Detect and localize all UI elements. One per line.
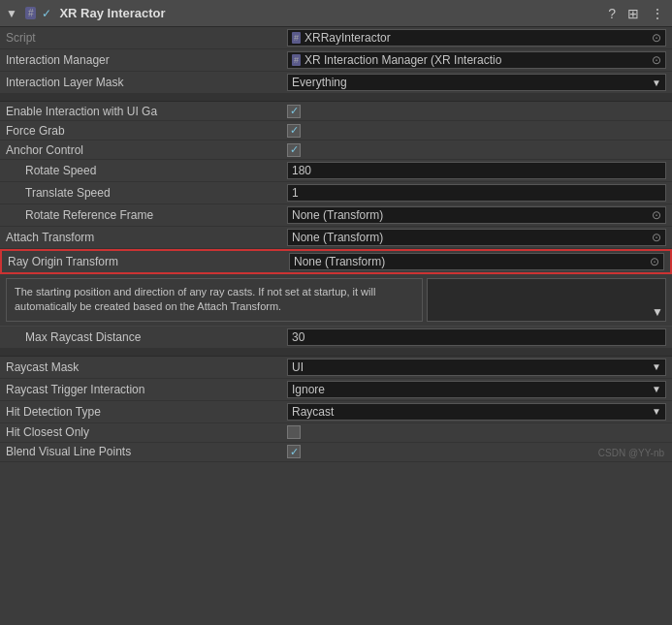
tooltip-side-arrow: ▼ bbox=[652, 305, 663, 319]
separator-1 bbox=[0, 94, 672, 102]
interaction-manager-ref[interactable]: # XR Interaction Manager (XR Interactio … bbox=[287, 51, 666, 69]
rotate-speed-label: Rotate Speed bbox=[6, 164, 287, 177]
force-grab-value-container bbox=[287, 124, 666, 138]
raycast-trigger-value-container: Ignore ▼ bbox=[287, 381, 666, 398]
script-value-container: # XRRayInteractor ⊙ bbox=[287, 29, 666, 47]
interaction-manager-value: XR Interaction Manager (XR Interactio bbox=[304, 53, 501, 67]
attach-transform-value: None (Transform) bbox=[292, 231, 383, 244]
hit-closest-only-label: Hit Closest Only bbox=[6, 425, 287, 439]
script-circle-btn[interactable]: ⊙ bbox=[652, 31, 661, 45]
at-circle-btn[interactable]: ⊙ bbox=[652, 231, 661, 244]
rotate-reference-frame-label: Rotate Reference Frame bbox=[6, 208, 287, 222]
interaction-manager-row: Interaction Manager # XR Interaction Man… bbox=[0, 49, 672, 72]
interaction-layer-mask-value: Everything bbox=[292, 76, 347, 89]
tooltip-box: The starting position and direction of a… bbox=[6, 278, 423, 322]
hit-detection-type-dropdown[interactable]: Raycast ▼ bbox=[287, 403, 666, 421]
settings-button[interactable]: ⊞ bbox=[625, 6, 641, 21]
enable-interaction-value-container bbox=[287, 105, 666, 118]
translate-speed-row: Translate Speed 1 bbox=[0, 182, 672, 204]
enable-checkbox[interactable]: ✓ bbox=[42, 7, 51, 20]
raycast-mask-dropdown[interactable]: UI ▼ bbox=[287, 359, 666, 376]
anchor-control-checkbox[interactable] bbox=[287, 143, 301, 157]
raycast-mask-arrow: ▼ bbox=[652, 361, 661, 372]
interaction-manager-value-container: # XR Interaction Manager (XR Interactio … bbox=[287, 51, 666, 69]
enable-interaction-label: Enable Interaction with UI Ga bbox=[6, 105, 287, 118]
tooltip-side-panel: ▼ bbox=[427, 278, 666, 322]
interaction-layer-mask-value-container: Everything ▼ bbox=[287, 74, 666, 91]
interaction-layer-mask-dropdown[interactable]: Everything ▼ bbox=[287, 74, 666, 91]
tooltip-row: The starting position and direction of a… bbox=[0, 274, 672, 327]
translate-speed-value-container: 1 bbox=[287, 184, 666, 202]
attach-transform-row: Attach Transform None (Transform) ⊙ bbox=[0, 227, 672, 249]
max-raycast-distance-input[interactable]: 30 bbox=[287, 328, 666, 346]
enable-interaction-checkbox[interactable] bbox=[287, 105, 301, 118]
raycast-trigger-row: Raycast Trigger Interaction Ignore ▼ bbox=[0, 379, 672, 401]
hit-detection-type-row: Hit Detection Type Raycast ▼ bbox=[0, 401, 672, 423]
rotate-speed-input[interactable]: 180 bbox=[287, 162, 666, 179]
raycast-mask-row: Raycast Mask UI ▼ bbox=[0, 357, 672, 379]
rot-circle-btn[interactable]: ⊙ bbox=[650, 255, 659, 268]
max-raycast-distance-label: Max Raycast Distance bbox=[6, 330, 287, 344]
force-grab-row: Force Grab bbox=[0, 121, 672, 141]
tooltip-container: The starting position and direction of a… bbox=[6, 278, 666, 322]
interaction-layer-mask-label: Interaction Layer Mask bbox=[6, 76, 287, 89]
max-raycast-distance-row: Max Raycast Distance 30 bbox=[0, 327, 672, 349]
attach-transform-label: Attach Transform bbox=[6, 231, 287, 244]
collapse-icon[interactable]: ▼ bbox=[6, 7, 17, 20]
anchor-control-label: Anchor Control bbox=[6, 143, 287, 157]
enable-interaction-row: Enable Interaction with UI Ga bbox=[0, 102, 672, 121]
interaction-layer-mask-row: Interaction Layer Mask Everything ▼ bbox=[0, 72, 672, 94]
rotate-speed-value-container: 180 bbox=[287, 162, 666, 179]
layer-mask-arrow: ▼ bbox=[652, 78, 661, 88]
hit-closest-only-checkbox[interactable] bbox=[287, 425, 301, 439]
more-button[interactable]: ⋮ bbox=[649, 6, 666, 21]
ray-origin-transform-ref[interactable]: None (Transform) ⊙ bbox=[289, 253, 664, 270]
rotate-reference-frame-value: None (Transform) bbox=[292, 208, 383, 222]
blend-visual-row: Blend Visual Line Points bbox=[0, 443, 672, 462]
force-grab-checkbox[interactable] bbox=[287, 124, 301, 138]
rotate-reference-frame-ref[interactable]: None (Transform) ⊙ bbox=[287, 206, 666, 224]
script-value: XRRayInteractor bbox=[304, 31, 391, 45]
interaction-manager-label: Interaction Manager bbox=[6, 53, 287, 67]
raycast-mask-value-container: UI ▼ bbox=[287, 359, 666, 376]
hit-closest-only-row: Hit Closest Only bbox=[0, 423, 672, 443]
raycast-mask-label: Raycast Mask bbox=[6, 360, 287, 374]
attach-transform-ref[interactable]: None (Transform) ⊙ bbox=[287, 229, 666, 246]
rotate-speed-row: Rotate Speed 180 bbox=[0, 160, 672, 182]
hash-icon: # bbox=[25, 7, 37, 19]
help-button[interactable]: ? bbox=[606, 6, 618, 21]
translate-speed-input[interactable]: 1 bbox=[287, 184, 666, 202]
raycast-trigger-arrow: ▼ bbox=[652, 384, 661, 394]
hit-detection-type-value-container: Raycast ▼ bbox=[287, 403, 666, 421]
ray-origin-transform-value: None (Transform) bbox=[294, 255, 385, 268]
ray-origin-transform-row: Ray Origin Transform None (Transform) ⊙ bbox=[0, 249, 672, 274]
im-hash-icon: # bbox=[292, 54, 301, 66]
separator-2 bbox=[0, 349, 672, 357]
hit-detection-type-arrow: ▼ bbox=[652, 406, 661, 417]
blend-visual-label: Blend Visual Line Points bbox=[6, 445, 287, 458]
translate-speed-label: Translate Speed bbox=[6, 186, 287, 200]
ray-origin-transform-value-container: None (Transform) ⊙ bbox=[289, 253, 664, 270]
watermark: CSDN @YY-nb bbox=[598, 448, 664, 458]
rotate-reference-frame-row: Rotate Reference Frame None (Transform) … bbox=[0, 204, 672, 227]
header-actions: ? ⊞ ⋮ bbox=[606, 6, 666, 21]
im-circle-btn[interactable]: ⊙ bbox=[652, 53, 661, 67]
panel-header: ▼ # ✓ XR Ray Interactor ? ⊞ ⋮ bbox=[0, 0, 672, 27]
script-label: Script bbox=[6, 31, 287, 45]
rrf-circle-btn[interactable]: ⊙ bbox=[652, 208, 661, 222]
panel-title: XR Ray Interactor bbox=[59, 6, 602, 20]
max-raycast-distance-value-container: 30 bbox=[287, 328, 666, 346]
hit-closest-only-value-container bbox=[287, 425, 666, 439]
anchor-control-value-container bbox=[287, 143, 666, 157]
raycast-trigger-label: Raycast Trigger Interaction bbox=[6, 383, 287, 396]
script-row: Script # XRRayInteractor ⊙ bbox=[0, 27, 672, 49]
blend-visual-checkbox[interactable] bbox=[287, 445, 301, 458]
script-hash-icon: # bbox=[292, 32, 301, 44]
script-object-ref[interactable]: # XRRayInteractor ⊙ bbox=[287, 29, 666, 47]
tooltip-text: The starting position and direction of a… bbox=[15, 286, 375, 312]
hit-detection-type-value: Raycast bbox=[292, 405, 334, 419]
raycast-trigger-value: Ignore bbox=[292, 383, 325, 396]
raycast-mask-value: UI bbox=[292, 360, 304, 374]
ray-origin-transform-label: Ray Origin Transform bbox=[8, 255, 289, 268]
raycast-trigger-dropdown[interactable]: Ignore ▼ bbox=[287, 381, 666, 398]
